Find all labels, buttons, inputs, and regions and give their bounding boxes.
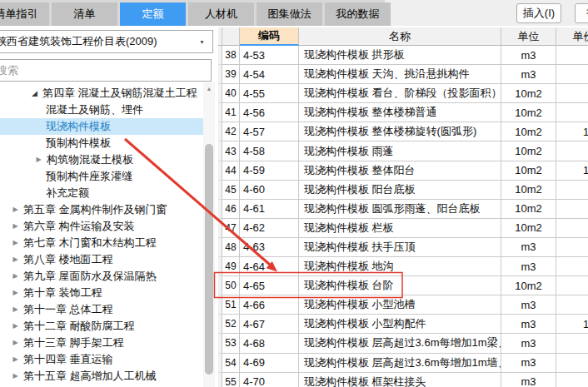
scroll-up-icon[interactable]: ▲ <box>203 82 215 94</box>
tab-quota[interactable]: 定额 <box>120 2 186 26</box>
column-header-unit[interactable]: 单位 <box>501 27 556 46</box>
tree-item-10[interactable]: ▶第八章 楼地面工程 <box>0 251 215 268</box>
tree-item-14[interactable]: ▶第十二章 耐酸防腐工程 <box>0 318 215 335</box>
tree-item-label: 第十二章 耐酸防腐工程 <box>23 319 135 334</box>
column-header-row-number[interactable] <box>222 27 240 46</box>
table-row[interactable]: 434-58现浇构件模板 雨蓬10m2 <box>218 141 588 161</box>
tree-item-5[interactable]: 预制构件座浆灌缝 <box>0 168 215 185</box>
unit-cell: m3 <box>501 65 556 84</box>
row-number-cell: 48 <box>222 238 240 257</box>
table-row[interactable]: 444-59现浇构件模板 整体阳台10m21 <box>218 161 588 181</box>
code-cell: 4-65 <box>240 276 299 295</box>
tree-item-12[interactable]: ▶第十章 装饰工程 <box>0 285 215 301</box>
tree-item-2[interactable]: 现浇构件模板 <box>0 118 215 135</box>
column-header-price[interactable]: 单价 <box>556 27 588 46</box>
tree-item-label: 预制构件座浆灌缝 <box>46 169 132 184</box>
tab-strip: 清单指引清单定额人材机图集做法我的数据 <box>0 2 391 26</box>
tree-item-label: 构筑物混凝土模板 <box>47 152 133 167</box>
expand-icon[interactable]: ▶ <box>10 373 21 380</box>
price-cell <box>556 373 588 387</box>
row-number-cell: 47 <box>222 219 240 238</box>
tab-list-guide[interactable]: 清单指引 <box>0 2 49 26</box>
price-cell <box>556 354 588 373</box>
tree-item-15[interactable]: ▶第十三章 脚手架工程 <box>0 335 215 351</box>
table-row[interactable]: 484-63现浇构件模板 扶手压顶m3 <box>218 238 588 257</box>
price-cell <box>556 334 588 353</box>
name-cell: 现浇构件模板 层高超过3.6m每增加1m墙、柱 <box>299 354 501 373</box>
tab-list[interactable]: 清单 <box>52 2 117 26</box>
table-row[interactable]: 464-61现浇构件模板 圆弧形雨蓬、阳台底板10m2 <box>218 200 588 219</box>
tree-item-3[interactable]: 预制构件模板 <box>0 135 215 151</box>
expand-icon[interactable]: ▶ <box>10 323 21 330</box>
search-placeholder: 搜索 <box>0 63 18 78</box>
table-row[interactable]: 514-66现浇构件模板 小型池槽m3 <box>218 295 588 315</box>
expand-icon[interactable]: ▶ <box>10 223 21 230</box>
tree-item-7[interactable]: ▶第五章 金属构件制作及钢门窗 <box>0 201 215 218</box>
column-header-code[interactable]: 编码 <box>240 27 299 46</box>
search-input[interactable]: 搜索 <box>0 59 212 82</box>
expand-icon[interactable]: ▶ <box>10 290 21 296</box>
tree-item-16[interactable]: ▶第十四章 垂直运输 <box>0 351 215 368</box>
code-cell: 4-70 <box>240 373 299 387</box>
expand-icon[interactable]: ▶ <box>10 306 21 313</box>
tree-item-9[interactable]: ▶第七章 木门窗和木结构工程 <box>0 235 215 251</box>
chapter-tree: ◢第四章 混凝土及钢筋混凝土工程混凝土及钢筋、埋件现浇构件模板预制构件模板▶构筑… <box>0 85 215 385</box>
table-row-highlighted[interactable]: 504-65现浇构件模板 台阶10m2 <box>218 276 588 295</box>
code-cell: 4-58 <box>240 141 299 161</box>
tree-item-13[interactable]: ▶第十一章 总体工程 <box>0 301 215 318</box>
tree-item-label: 第九章 屋面防水及保温隔热 <box>23 269 157 284</box>
name-cell: 现浇构件模板 小型池槽 <box>299 295 501 315</box>
tree-item-0[interactable]: ◢第四章 混凝土及钢筋混凝土工程 <box>0 85 215 102</box>
table-row[interactable]: 494-64现浇构件模板 地沟m3 <box>218 257 588 276</box>
tree-item-17[interactable]: ▶第十五章 超高增加人工机械 <box>0 368 215 385</box>
expand-icon[interactable]: ▶ <box>10 356 21 363</box>
code-cell: 4-63 <box>240 238 299 257</box>
table-row[interactable]: 414-56现浇构件模板 整体楼梯普通10m2 <box>218 103 588 122</box>
catalog-dropdown[interactable]: 陕西省建筑装饰工程价目表(2009) ▼ <box>0 30 213 53</box>
tab-labor-material-machine[interactable]: 人材机 <box>188 2 254 26</box>
table-row[interactable]: 474-62现浇构件模板 栏板10m2 <box>218 219 588 238</box>
table-row[interactable]: 534-68现浇构件模板 层高超过3.6m每增加1m梁、板m3 <box>218 334 588 353</box>
name-cell: 现浇构件模板 雨蓬 <box>299 141 501 161</box>
tree-item-4[interactable]: ▶构筑物混凝土模板 <box>0 151 215 168</box>
chevron-down-icon: ▼ <box>199 39 205 45</box>
tab-my-data[interactable]: 我的数据 <box>325 2 391 26</box>
expand-icon[interactable]: ▶ <box>10 273 21 280</box>
table-row[interactable]: 454-60现浇构件模板 阳台底板10m2 <box>218 181 588 200</box>
expand-icon[interactable]: ▶ <box>10 206 21 213</box>
insert-button[interactable]: 插入(I) <box>516 3 561 23</box>
expand-icon[interactable]: ▶ <box>10 256 21 263</box>
table-row[interactable]: 404-55现浇构件模板 看台、阶梯段（投影面积）10m2 <box>218 84 588 103</box>
table-row[interactable]: 394-54现浇构件模板 天沟、挑沿悬挑构件m3 <box>218 65 588 84</box>
tree-item-8[interactable]: ▶第六章 构件运输及安装 <box>0 218 215 235</box>
tree-scrollbar[interactable]: ▲ <box>203 82 215 387</box>
row-number-cell: 43 <box>222 141 240 161</box>
replace-button-partial[interactable]: 替 <box>575 3 588 23</box>
tab-atlas-practice[interactable]: 图集做法 <box>257 2 322 26</box>
tree-item-1[interactable]: 混凝土及钢筋、埋件 <box>0 102 215 118</box>
tree-item-6[interactable]: 补充定额 <box>0 185 215 201</box>
unit-cell: 10m2 <box>501 200 556 219</box>
unit-cell: m3 <box>501 315 556 334</box>
code-cell: 4-64 <box>240 257 299 276</box>
code-cell: 4-57 <box>240 122 299 141</box>
code-cell: 4-62 <box>240 219 299 238</box>
unit-cell: 10m2 <box>501 103 556 122</box>
tree-item-11[interactable]: ▶第九章 屋面防水及保温隔热 <box>0 268 215 285</box>
expand-icon[interactable]: ▶ <box>10 340 21 346</box>
expand-icon[interactable]: ▶ <box>33 156 44 163</box>
table-row[interactable]: 424-57现浇构件模板 整体楼梯旋转(圆弧形)10m21 <box>218 122 588 141</box>
scrollbar-thumb[interactable] <box>205 144 213 375</box>
price-cell <box>556 238 588 257</box>
expand-icon[interactable]: ▶ <box>10 240 21 246</box>
table-row[interactable]: 384-53现浇构件模板 拱形板m3 <box>218 46 588 65</box>
name-cell: 现浇构件模板 层高超过3.6m每增加1m梁、板 <box>299 334 501 353</box>
table-row[interactable]: 554-70现浇构件模板 框架柱接头m3 <box>218 373 588 387</box>
tree-item-label: 补充定额 <box>46 186 89 201</box>
unit-cell: m3 <box>501 257 556 276</box>
unit-cell: m3 <box>501 334 556 353</box>
column-header-name[interactable]: 名称 <box>299 27 501 46</box>
collapse-icon[interactable]: ◢ <box>29 90 40 97</box>
table-row[interactable]: 544-69现浇构件模板 层高超过3.6m每增加1m墙、柱m3 <box>218 354 588 373</box>
table-row[interactable]: 524-67现浇构件模板 小型构配件m31 <box>218 315 588 334</box>
